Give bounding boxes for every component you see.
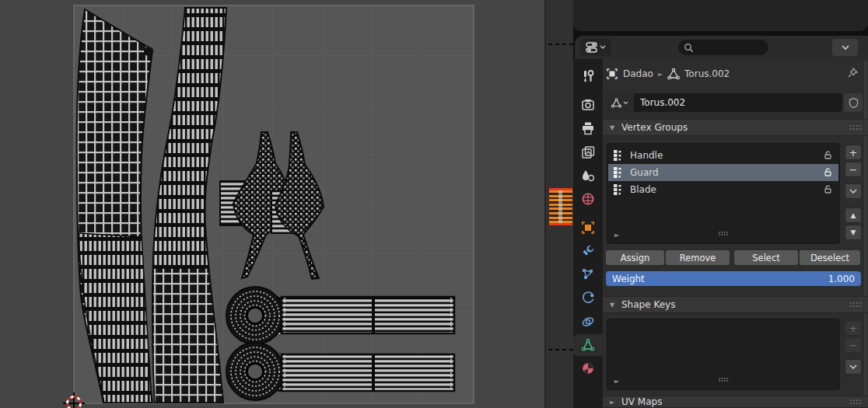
select-button[interactable]: Select: [734, 250, 798, 265]
search-icon: [684, 43, 694, 53]
tab-object[interactable]: [573, 217, 603, 239]
breadcrumb: Dadao ► Torus.002: [606, 65, 863, 82]
vertex-group-row-blade[interactable]: Blade: [608, 181, 838, 198]
list-resize-grip-icon[interactable]: [718, 374, 729, 385]
object-brackets-icon: [581, 221, 595, 235]
move-group-down-button[interactable]: ▼: [845, 225, 862, 240]
shape-keys-panel-header[interactable]: ▼ Shape Keys: [603, 296, 868, 313]
tab-world[interactable]: [573, 188, 603, 210]
vertex-groups-panel-header[interactable]: ▼ Vertex Groups: [603, 119, 868, 136]
uv-maps-title: UV Maps: [621, 396, 662, 407]
fake-user-shield-button[interactable]: [844, 93, 863, 112]
chevron-down-icon: [849, 364, 857, 370]
search-input[interactable]: [678, 40, 768, 55]
tab-render[interactable]: [573, 94, 603, 116]
editor-type-button[interactable]: [580, 39, 611, 56]
shape-keys-list[interactable]: ►: [607, 319, 840, 390]
breadcrumb-data-name[interactable]: Torus.002: [684, 68, 730, 79]
blender-window: Dadao ► Torus.002: [0, 0, 868, 408]
unlock-icon[interactable]: [823, 184, 833, 197]
uv-editor-canvas[interactable]: [0, 0, 544, 408]
vertex-group-name: Blade: [630, 184, 656, 195]
chevron-down-icon: [842, 45, 849, 51]
breadcrumb-separator-icon: ►: [658, 71, 663, 78]
particles-icon: [581, 267, 595, 281]
unlock-icon[interactable]: [823, 150, 833, 162]
list-filter-expand-icon[interactable]: ►: [614, 378, 619, 385]
vertex-group-name: Guard: [630, 167, 659, 178]
vertex-group-specials-button[interactable]: [845, 183, 862, 199]
uv-maps-panel-header[interactable]: ► UV Maps: [603, 396, 868, 408]
tab-modifiers[interactable]: [573, 240, 603, 262]
filter-dropdown-button[interactable]: [832, 39, 858, 56]
vertex-group-row-guard[interactable]: Guard: [608, 164, 838, 181]
world-globe-icon: [581, 192, 595, 206]
scrollbar[interactable]: [864, 61, 867, 406]
properties-editor: Dadao ► Torus.002: [573, 0, 868, 408]
remove-vertex-group-button[interactable]: −: [845, 162, 862, 177]
datablock-name-value: Torus.002: [640, 97, 685, 108]
panel-expand-icon: ▼: [610, 302, 616, 309]
vertex-groups-list: Handle Guard: [607, 143, 840, 244]
add-shape-key-button[interactable]: +: [845, 320, 862, 336]
shape-keys-title: Shape Keys: [621, 299, 675, 310]
material-sphere-icon: [581, 361, 595, 375]
list-filter-expand-icon[interactable]: ►: [614, 232, 619, 239]
panel-collapsed-icon: ►: [610, 399, 616, 406]
uv-layout: [0, 0, 544, 408]
weight-value: 1.000: [828, 274, 855, 284]
tab-output[interactable]: [573, 117, 603, 139]
vertex-group-row-handle[interactable]: Handle: [608, 147, 838, 164]
collapsed-editor-strip[interactable]: [544, 0, 573, 408]
mesh-data-icon: [667, 68, 680, 80]
tab-particles[interactable]: [573, 263, 603, 285]
vertex-group-icon: [614, 184, 624, 195]
tab-object-data[interactable]: [573, 334, 603, 356]
tool-icon: [581, 69, 595, 83]
constraint-gyro-icon: [581, 315, 595, 329]
properties-header: [575, 36, 868, 59]
layers-images-icon: [581, 145, 595, 159]
panel-grip-icon[interactable]: [849, 299, 862, 310]
datablock-name-input[interactable]: Torus.002: [634, 93, 842, 112]
breadcrumb-object-name[interactable]: Dadao: [623, 68, 653, 79]
vertex-groups-title: Vertex Groups: [621, 122, 688, 133]
weight-slider[interactable]: Weight 1.000: [606, 271, 861, 286]
tab-tool[interactable]: [573, 65, 603, 87]
physics-orbit-icon: [581, 291, 595, 305]
shield-icon: [849, 97, 859, 108]
assign-button[interactable]: Assign: [606, 250, 664, 265]
move-group-up-button[interactable]: ▲: [845, 207, 862, 223]
editor-above-bottom: [573, 0, 868, 31]
datablock-name-row: Torus.002: [606, 93, 863, 112]
panel-expand-icon: ▼: [610, 124, 616, 131]
panel-grip-icon[interactable]: [849, 122, 862, 133]
tab-physics[interactable]: [573, 288, 603, 309]
datablock-type-button[interactable]: [606, 93, 634, 112]
tab-material[interactable]: [573, 357, 603, 379]
shape-key-specials-button[interactable]: [845, 359, 862, 375]
chevron-down-icon: [623, 101, 628, 105]
mesh-data-icon: [611, 98, 621, 108]
deselect-button[interactable]: Deselect: [800, 250, 860, 265]
tab-scene[interactable]: [573, 165, 603, 187]
vertex-group-icon: [614, 167, 624, 178]
vertex-group-name: Handle: [630, 150, 663, 161]
tab-constraints[interactable]: [573, 311, 603, 333]
tab-view-layer[interactable]: [573, 141, 603, 163]
vertex-group-icon: [614, 150, 624, 161]
remove-shape-key-button[interactable]: −: [845, 337, 862, 353]
pin-icon[interactable]: [847, 67, 859, 81]
remove-button[interactable]: Remove: [666, 250, 730, 265]
region-divider-bottom: [548, 349, 573, 350]
region-divider-top: [548, 44, 573, 45]
add-vertex-group-button[interactable]: +: [845, 145, 862, 160]
properties-editor-icon: [586, 42, 598, 53]
panel-grip-icon[interactable]: [849, 396, 862, 407]
list-resize-grip-icon[interactable]: [718, 228, 729, 239]
wrench-icon: [581, 244, 595, 258]
chevron-down-icon: [849, 189, 857, 194]
viewport-object-thumbnail: [549, 188, 572, 225]
unlock-icon[interactable]: [823, 167, 833, 180]
weight-label: Weight: [612, 274, 645, 284]
